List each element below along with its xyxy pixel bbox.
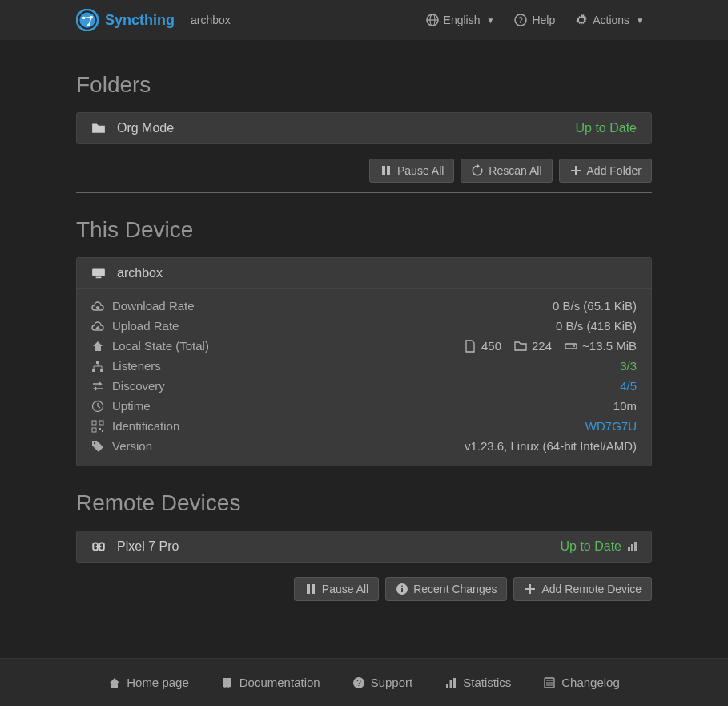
svg-rect-12: [382, 166, 385, 175]
rescan-all-button[interactable]: Rescan All: [461, 159, 552, 183]
footer-changelog-link[interactable]: Changelog: [543, 676, 620, 689]
svg-rect-26: [102, 430, 103, 432]
divider: [76, 192, 652, 193]
link-icon: [91, 539, 106, 554]
download-rate-value: 0 B/s (65.1 KiB): [553, 299, 637, 313]
question-circle-icon: ?: [514, 14, 527, 26]
plus-icon: [524, 583, 537, 595]
this-device-panel: archbox Download Rate 0 B/s (65.1 KiB) U…: [76, 257, 652, 466]
svg-point-35: [401, 586, 403, 587]
gear-icon: [575, 14, 588, 26]
svg-line-5: [84, 18, 92, 18]
version-value: v1.23.6, Linux (64-bit Intel/AMD): [465, 439, 637, 453]
files-count: 450: [481, 339, 501, 353]
svg-rect-19: [92, 369, 95, 372]
folder-status: Up to Date: [576, 121, 637, 135]
tag-icon: [91, 440, 104, 453]
footer-stats-link[interactable]: Statistics: [444, 676, 511, 689]
navbar: Syncthing archbox English ▼ ? Help Actio…: [0, 0, 728, 40]
caret-down-icon: ▼: [486, 16, 494, 25]
nav-device-name: archbox: [191, 14, 231, 26]
brand-text: Syncthing: [105, 12, 175, 29]
globe-icon: [426, 14, 439, 26]
svg-rect-39: [450, 680, 452, 688]
sitemap-icon: [91, 360, 104, 373]
folder-small-icon: [514, 340, 527, 353]
pause-icon: [380, 164, 392, 177]
language-menu[interactable]: English ▼: [426, 14, 495, 26]
remote-devices-heading: Remote Devices: [76, 490, 652, 516]
footer-home-link[interactable]: Home page: [108, 676, 189, 689]
footer: Home page Documentation ? Support Statis…: [0, 658, 728, 706]
svg-text:?: ?: [356, 679, 361, 688]
svg-point-1: [79, 12, 95, 27]
svg-rect-25: [99, 428, 101, 430]
hdd-icon: [565, 340, 577, 353]
syncthing-logo-icon: [76, 9, 99, 31]
cloud-upload-icon: [91, 320, 104, 333]
clock-icon: [91, 400, 104, 413]
home-icon: [91, 340, 104, 353]
svg-rect-38: [446, 684, 448, 688]
uptime-value: 10m: [613, 399, 637, 413]
svg-rect-31: [307, 584, 310, 594]
refresh-icon: [471, 164, 484, 177]
svg-rect-13: [387, 166, 390, 175]
question-circle-icon: ?: [352, 676, 365, 689]
pause-all-devices-button[interactable]: Pause All: [294, 577, 379, 601]
dirs-count: 224: [532, 339, 552, 353]
actions-menu[interactable]: Actions ▼: [575, 14, 644, 26]
remote-device-panel[interactable]: Pixel 7 Pro Up to Date: [76, 531, 652, 563]
this-device-name: archbox: [117, 266, 163, 280]
listeners-value[interactable]: 3/3: [620, 359, 637, 373]
bar-chart-icon: [444, 676, 457, 689]
exchange-icon: [91, 380, 104, 393]
info-circle-icon: [396, 583, 408, 595]
caret-down-icon: ▼: [636, 16, 644, 25]
svg-rect-20: [100, 369, 103, 372]
svg-rect-40: [453, 678, 456, 688]
qrcode-icon: [91, 420, 104, 433]
pause-icon: [304, 583, 317, 595]
file-icon: [464, 340, 477, 353]
cloud-download-icon: [91, 300, 104, 313]
list-icon: [543, 676, 556, 689]
svg-rect-32: [312, 584, 315, 594]
svg-point-27: [94, 442, 95, 443]
this-device-heading: This Device: [76, 217, 652, 243]
svg-rect-23: [99, 421, 103, 425]
plus-icon: [569, 164, 582, 177]
add-remote-device-button[interactable]: Add Remote Device: [513, 577, 652, 601]
upload-rate-value: 0 B/s (418 KiB): [556, 319, 637, 333]
svg-rect-14: [92, 268, 105, 276]
folders-heading: Folders: [76, 72, 652, 98]
device-icon: [91, 266, 106, 280]
folder-panel[interactable]: Org Mode Up to Date: [76, 112, 652, 144]
folder-icon: [91, 121, 106, 135]
size-value: ~13.5 MiB: [582, 339, 637, 353]
help-link[interactable]: ? Help: [514, 14, 555, 26]
svg-rect-15: [96, 277, 102, 279]
add-folder-button[interactable]: Add Folder: [559, 159, 652, 183]
device-id-value[interactable]: WD7G7U: [585, 419, 637, 433]
svg-rect-22: [92, 421, 96, 425]
book-icon: [221, 676, 234, 689]
svg-rect-34: [401, 588, 403, 592]
recent-changes-button[interactable]: Recent Changes: [385, 577, 507, 601]
brand[interactable]: Syncthing: [76, 9, 175, 31]
this-device-header[interactable]: archbox: [77, 258, 651, 288]
signal-icon: [628, 542, 637, 551]
svg-rect-24: [92, 428, 96, 432]
svg-point-17: [573, 345, 575, 347]
pause-all-folders-button[interactable]: Pause All: [369, 159, 454, 183]
remote-device-name: Pixel 7 Pro: [117, 539, 179, 554]
footer-support-link[interactable]: ? Support: [352, 676, 413, 689]
remote-device-status: Up to Date: [561, 539, 621, 554]
footer-docs-link[interactable]: Documentation: [221, 676, 320, 689]
discovery-value[interactable]: 4/5: [620, 379, 637, 393]
svg-rect-18: [96, 361, 99, 364]
svg-text:?: ?: [519, 16, 524, 25]
folder-name: Org Mode: [117, 121, 174, 135]
home-icon: [108, 676, 121, 689]
